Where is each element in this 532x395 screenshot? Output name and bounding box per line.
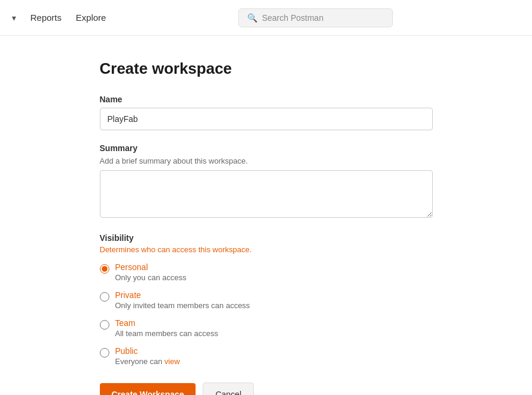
visibility-public-content: Public Everyone can view bbox=[115, 346, 180, 366]
search-bar[interactable]: 🔍 Search Postman bbox=[238, 8, 393, 27]
cancel-button[interactable]: Cancel bbox=[203, 383, 254, 395]
search-icon: 🔍 bbox=[247, 13, 257, 23]
visibility-private-description: Only invited team members can access bbox=[115, 301, 250, 310]
summary-label: Summary bbox=[100, 143, 433, 153]
create-workspace-button[interactable]: Create Workspace bbox=[100, 383, 196, 395]
button-group: Create Workspace Cancel bbox=[100, 383, 433, 395]
search-placeholder-text: Search Postman bbox=[262, 13, 324, 23]
visibility-private-radio[interactable] bbox=[100, 292, 109, 302]
explore-nav-link[interactable]: Explore bbox=[74, 10, 109, 25]
visibility-private-option: Private Only invited team members can ac… bbox=[100, 290, 433, 310]
visibility-personal-content: Personal Only you can access bbox=[115, 262, 187, 282]
visibility-label: Visibility bbox=[100, 233, 433, 243]
visibility-team-label[interactable]: Team bbox=[115, 318, 218, 328]
visibility-team-content: Team All team members can access bbox=[115, 318, 218, 338]
visibility-personal-description: Only you can access bbox=[115, 273, 187, 282]
header-center: 🔍 Search Postman bbox=[108, 8, 522, 27]
visibility-team-option: Team All team members can access bbox=[100, 318, 433, 338]
page-title: Create workspace bbox=[100, 59, 433, 78]
name-input[interactable] bbox=[100, 108, 433, 130]
reports-nav-link[interactable]: Reports bbox=[28, 10, 64, 25]
chevron-button[interactable]: ▾ bbox=[10, 11, 18, 25]
header-nav: ▾ Reports Explore bbox=[10, 10, 108, 25]
chevron-down-icon: ▾ bbox=[12, 13, 16, 23]
visibility-public-description: Everyone can view bbox=[115, 357, 180, 366]
visibility-team-radio[interactable] bbox=[100, 320, 109, 330]
visibility-section: Visibility Determines who can access thi… bbox=[100, 233, 433, 366]
visibility-public-label[interactable]: Public bbox=[115, 346, 180, 356]
visibility-private-label[interactable]: Private bbox=[115, 290, 250, 300]
visibility-personal-radio[interactable] bbox=[100, 264, 109, 274]
visibility-public-radio[interactable] bbox=[100, 348, 109, 358]
name-label: Name bbox=[100, 95, 433, 104]
summary-textarea[interactable] bbox=[100, 170, 433, 218]
visibility-personal-label[interactable]: Personal bbox=[115, 262, 187, 272]
visibility-team-description: All team members can access bbox=[115, 329, 218, 338]
create-workspace-form: Create workspace Name Summary Add a brie… bbox=[100, 59, 433, 371]
visibility-public-option: Public Everyone can view bbox=[100, 346, 433, 366]
header: ▾ Reports Explore 🔍 Search Postman bbox=[0, 0, 532, 36]
public-view-link[interactable]: view bbox=[165, 357, 180, 366]
visibility-private-content: Private Only invited team members can ac… bbox=[115, 290, 250, 310]
visibility-subtitle: Determines who can access this workspace… bbox=[100, 245, 433, 254]
summary-hint: Add a brief summary about this workspace… bbox=[100, 156, 433, 165]
name-field-group: Name bbox=[100, 95, 433, 130]
summary-field-group: Summary Add a brief summary about this w… bbox=[100, 143, 433, 220]
visibility-personal-option: Personal Only you can access bbox=[100, 262, 433, 282]
main-content: Create workspace Name Summary Add a brie… bbox=[0, 36, 532, 395]
